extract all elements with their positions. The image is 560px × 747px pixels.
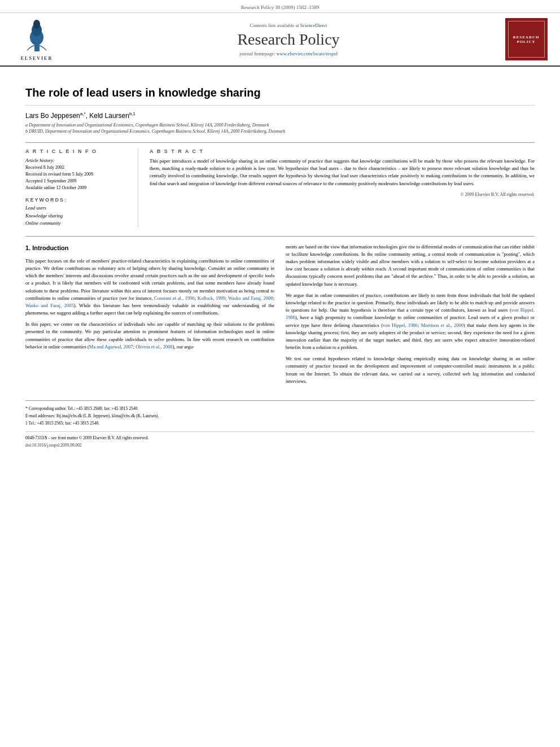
- keyword-3: Online community: [25, 220, 129, 228]
- top-reference: Research Policy 38 (2009) 1582–1589: [0, 0, 560, 13]
- author2-name: , Keld Laursen: [86, 112, 129, 120]
- doi-line: doi:10.1016/j.respol.2009.09.002: [25, 442, 535, 448]
- svg-point-3: [33, 20, 40, 29]
- footnote1: 1 Tel.: +45 3815 2565; fax: +45 3815 254…: [25, 420, 535, 426]
- authors-line: Lars Bo Jeppesena,*, Keld Laursenb,1: [25, 111, 535, 120]
- received-date: Received 8 July 2002: [25, 164, 129, 171]
- affiliations: a Department of Innovation and Organizat…: [25, 123, 535, 134]
- keywords-section: Keywords: Lead users Knowledge sharing O…: [25, 197, 129, 228]
- elsevier-text: ELSEVIER: [21, 56, 53, 61]
- ref-vonhippel86b[interactable]: von Hippel, 1986: [383, 322, 418, 328]
- journal-ref: Research Policy 38 (2009) 1582–1589: [241, 5, 319, 10]
- ref-wasko2005[interactable]: Wasko and Faraj, 2005: [25, 303, 74, 308]
- ref-ma[interactable]: Ma and Agarwal, 2007: [89, 344, 133, 350]
- ref-vonhippel86[interactable]: von Hippel, 1986: [286, 307, 535, 320]
- footer-notes: * Corresponding author. Tel.: +45 3815 2…: [25, 400, 535, 448]
- journal-banner: ELSEVIER Contents lists available at Sci…: [0, 13, 560, 67]
- abstract-title: A B S T R A C T: [150, 148, 535, 154]
- journal-name: Research Policy: [237, 30, 339, 49]
- elsevier-logo: ELSEVIER: [11, 18, 62, 61]
- body-columns: 1. Introduction This paper focuses on th…: [25, 236, 535, 389]
- keyword-2: Knowledge sharing: [25, 212, 129, 220]
- star-note: * Corresponding author. Tel.: +45 3815 2…: [25, 405, 535, 412]
- article-info: A R T I C L E I N F O Article history: R…: [25, 148, 138, 228]
- available-date: Available online 12 October 2009: [25, 185, 129, 191]
- article-history: Article history: Received 8 July 2002 Re…: [25, 158, 129, 191]
- abstract-text: This paper introduces a model of knowled…: [150, 158, 535, 187]
- article-info-title: A R T I C L E I N F O: [25, 148, 129, 154]
- history-label: Article history:: [25, 158, 129, 163]
- affil-b: b DRUID, Department of Innovation and Or…: [25, 129, 535, 134]
- main-content: The role of lead users in knowledge shar…: [0, 67, 560, 460]
- author2-sup: b,1: [129, 111, 135, 116]
- section1-title: 1. Introduction: [25, 243, 274, 253]
- email-note: E-mail addresses: lbj.ina@cbs.dk (L.B. J…: [25, 413, 535, 419]
- elsevier-tree-icon: [19, 18, 55, 54]
- keyword-1: Lead users: [25, 204, 129, 212]
- ref-olivera[interactable]: Olivera et al., 2008: [135, 344, 172, 350]
- page-wrapper: Research Policy 38 (2009) 1582–1589 ELSE…: [0, 0, 560, 460]
- ref-morrison[interactable]: Morrison et al., 2000: [421, 322, 463, 328]
- rp-logo-inner: RESEARCH POLICY: [508, 21, 545, 58]
- article-title: The role of lead users in knowledge shar…: [25, 86, 535, 106]
- affil-a: a Department of Innovation and Organizat…: [25, 123, 535, 128]
- ref-constant[interactable]: Constant et al., 1996: [154, 295, 195, 301]
- body-para-3: ments are based on the view that informa…: [286, 243, 535, 288]
- abstract-area: A B S T R A C T This paper introduces a …: [150, 148, 535, 228]
- journal-homepage: journal homepage: www.elsevier.com/locat…: [239, 51, 338, 56]
- sciencedirect-link: Contents lists available at ScienceDirec…: [250, 23, 327, 28]
- journal-title-area: Contents lists available at ScienceDirec…: [73, 18, 504, 61]
- body-para-5: We test our central hypotheses related t…: [286, 355, 535, 385]
- info-columns: A R T I C L E I N F O Article history: R…: [25, 142, 535, 228]
- rp-logo-box: RESEARCH POLICY: [505, 18, 548, 60]
- body-col-left: 1. Introduction This paper focuses on th…: [25, 243, 274, 389]
- sciencedirect-anchor[interactable]: ScienceDirect: [300, 23, 327, 28]
- copyright-line: © 2009 Elsevier B.V. All rights reserved…: [150, 192, 535, 197]
- body-col-right: ments are based on the view that informa…: [286, 243, 535, 389]
- rp-logo-text2: POLICY: [517, 40, 535, 44]
- rp-logo-text1: RESEARCH: [513, 35, 540, 40]
- author1-sup: a,*: [80, 111, 86, 116]
- body-para-2: In this paper, we center on the characte…: [25, 321, 274, 351]
- journal-logo-right: RESEARCH POLICY: [504, 18, 549, 61]
- homepage-url[interactable]: www.elsevier.com/locate/respol: [277, 51, 338, 56]
- author1-name: Lars Bo Jeppesen: [25, 112, 80, 120]
- body-para-4: We argue that in online communities of p…: [286, 292, 535, 351]
- accepted-date: Accepted 1 September 2009: [25, 178, 129, 185]
- body-para-1: This paper focuses on the role of member…: [25, 257, 274, 317]
- issn-line: 0048-7333/$ – see front matter © 2009 El…: [25, 435, 535, 441]
- revised-date: Received in revised form 5 July 2009: [25, 171, 129, 178]
- keywords-label: Keywords:: [25, 197, 129, 203]
- ref-wasko2000[interactable]: Wasko and Faraj, 2000: [228, 295, 273, 301]
- ref-kollock[interactable]: Kollock, 1999: [198, 295, 225, 301]
